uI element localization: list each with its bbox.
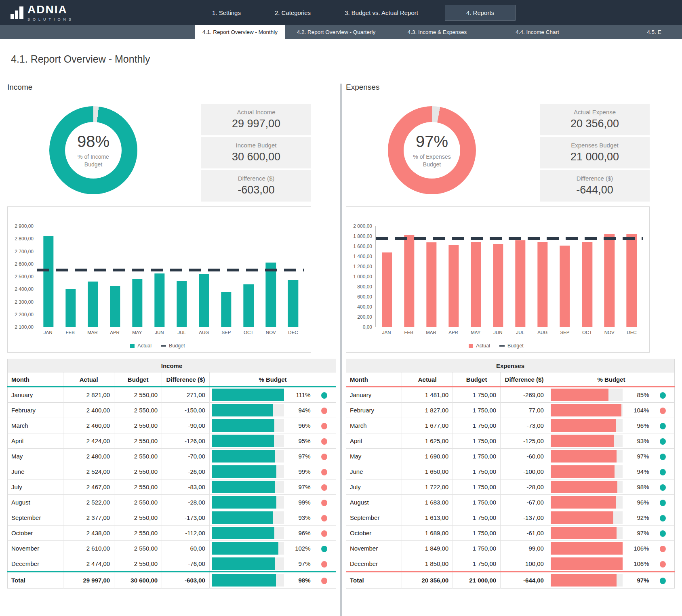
pct-bar-track [551, 496, 623, 509]
difference-cell: -112,00 [162, 526, 210, 541]
month-cell: February [346, 403, 402, 418]
x-label: MAR [81, 330, 103, 335]
col-header: Budget [114, 372, 162, 387]
sub-tab-4-4[interactable]: 4.4. Income Chart [487, 25, 587, 39]
difference-cell: -90,00 [162, 418, 210, 433]
expenses-donut-caption: % of Expenses Budget [408, 153, 456, 168]
actual-cell: 2 377,00 [63, 510, 114, 526]
income-row-march: March2 460,002 550,00-90,0096% [8, 418, 336, 433]
status-dot-cell [652, 449, 675, 464]
legend-actual-label: Actual [476, 343, 490, 349]
pct-bar-fill [212, 435, 274, 447]
actual-bar [43, 236, 53, 327]
difference-cell: -603,00 [162, 572, 210, 589]
expenses-row-august: August1 683,001 750,00-67,0096% [346, 495, 675, 510]
status-dot-bad [321, 484, 327, 491]
income-row-november: November2 610,002 550,0060,00102% [8, 541, 336, 556]
pct-value-cell: 97% [285, 449, 313, 464]
expenses-kpi-1: Actual Expense20 356,00 [540, 104, 650, 135]
income-row-september: September2 377,002 550,00-173,0093% [8, 510, 336, 526]
month-cell: Total [8, 572, 63, 589]
month-cell: August [346, 495, 402, 510]
budget-cell: 1 750,00 [453, 479, 501, 495]
pct-bar-cell [548, 526, 623, 541]
x-label: NOV [260, 330, 282, 335]
budget-cell: 1 750,00 [453, 495, 501, 510]
pct-bar-fill [212, 389, 284, 401]
legend-actual-label: Actual [137, 343, 152, 349]
income-kpi-1: Actual Income29 997,00 [201, 104, 311, 135]
budget-cell: 1 750,00 [453, 449, 501, 464]
income-total-row: Total29 997,0030 600,00-603,0098% [8, 572, 336, 589]
budget-cell: 2 550,00 [114, 387, 162, 403]
income-plot-row: 2 900,002 800,002 700,002 600,002 500,00… [11, 226, 304, 327]
pct-bar-fill [212, 527, 274, 539]
nav-tab-4[interactable]: 4. Reports [445, 5, 516, 21]
status-dot-bad [321, 578, 327, 584]
status-dot-cell [652, 403, 675, 418]
pct-bar-cell [209, 572, 285, 589]
expenses-bar-nov [598, 226, 621, 327]
pct-bar-fill [212, 465, 276, 478]
x-label: OCT [576, 330, 598, 335]
pct-bar-cell [548, 510, 623, 526]
expenses-row-february: February1 827,001 750,0077,00104% [346, 403, 675, 418]
pct-bar-cell [548, 464, 623, 479]
nav-tab-1[interactable]: 1. Settings [195, 9, 258, 16]
pct-bar-fill [212, 419, 274, 432]
legend-actual-swatch [130, 344, 135, 348]
x-label: JUL [509, 330, 531, 335]
pct-value-cell: 98% [623, 479, 651, 495]
pct-value-cell: 97% [285, 556, 313, 572]
expenses-row-december: December1 850,001 750,00100,00106% [346, 556, 675, 572]
difference-cell: 77,00 [501, 403, 548, 418]
pct-bar-track [212, 435, 284, 447]
expenses-donut-percent: 97% [416, 132, 448, 151]
pct-bar-fill [551, 496, 616, 509]
expenses-budget-line [376, 237, 643, 240]
actual-cell: 1 650,00 [402, 464, 453, 479]
month-cell: May [346, 449, 402, 464]
sub-tab-4-5[interactable]: 4.5. E [587, 25, 682, 39]
difference-cell: -125,00 [501, 433, 548, 449]
expenses-row-november: November1 849,001 750,0099,00106% [346, 541, 675, 556]
pct-bar-cell [209, 433, 285, 449]
pct-bar-cell [548, 495, 623, 510]
brand-name: ADNIA [27, 4, 74, 15]
pct-bar-cell [548, 403, 623, 418]
status-dot-good [660, 438, 666, 445]
y-tick-label: 2 800,00 [15, 236, 34, 242]
pct-bar-fill [212, 511, 273, 524]
month-cell: March [346, 418, 402, 433]
expenses-bar-aug [532, 226, 554, 327]
difference-cell: -60,00 [501, 449, 548, 464]
pct-value-cell: 99% [285, 495, 313, 510]
x-label: NOV [598, 330, 621, 335]
legend-actual-swatch [469, 344, 473, 348]
sub-tab-4-1[interactable]: 4.1. Report Overview - Monthly [195, 25, 285, 39]
pct-value-cell: 111% [285, 387, 313, 403]
expenses-kpi-label: Difference ($) [542, 175, 647, 182]
status-dot-cell [313, 403, 336, 418]
income-overview: 98%% of Income Budget Actual Income29 99… [7, 104, 311, 201]
nav-tab-3[interactable]: 3. Budget vs. Actual Report [328, 9, 435, 16]
actual-cell: 1 690,00 [402, 449, 453, 464]
income-donut-hole: 98%% of Income Budget [65, 122, 122, 179]
actual-cell: 2 460,00 [63, 418, 114, 433]
legend-budget-label: Budget [169, 343, 185, 349]
income-row-may: May2 480,002 550,00-70,0097% [8, 449, 336, 464]
budget-cell: 21 000,00 [453, 572, 501, 589]
actual-bar [404, 235, 414, 327]
budget-cell: 2 550,00 [114, 433, 162, 449]
income-donut-percent: 98% [77, 132, 109, 151]
status-dot-good [660, 515, 666, 521]
x-label: JAN [37, 330, 59, 335]
income-x-labels: JANFEBMARAPRMAYJUNJULAUGSEPOCTNOVDEC [37, 330, 304, 335]
actual-cell: 1 677,00 [402, 418, 453, 433]
y-tick-label: 1 600,00 [353, 244, 372, 249]
expenses-bar-jan [376, 226, 398, 327]
status-dot-cell [313, 572, 336, 589]
sub-tab-4-3[interactable]: 4.3. Income & Expenses [387, 25, 487, 39]
nav-tab-2[interactable]: 2. Categories [258, 9, 328, 16]
sub-tab-4-2[interactable]: 4.2. Report Overview - Quarterly [285, 25, 387, 39]
